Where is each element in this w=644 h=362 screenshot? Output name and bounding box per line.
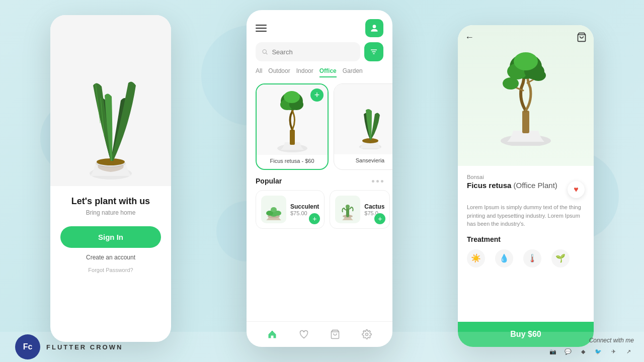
treatment-title: Treatment bbox=[467, 235, 585, 243]
favorite-button[interactable]: ♥ bbox=[568, 181, 585, 198]
plant-name-sub: (Office Plant) bbox=[514, 181, 557, 190]
sansevieria-card-name: Sansevieria bbox=[334, 154, 392, 163]
temperature-treatment-icon: 🌡️ bbox=[523, 249, 541, 267]
cactus-image bbox=[335, 196, 360, 223]
featured-card-sansevieria[interactable]: Sansevieria bbox=[334, 83, 392, 170]
popular-row: Succulent $75.00 + bbox=[256, 190, 383, 229]
cart-detail-icon bbox=[577, 32, 587, 42]
popular-title: Popular bbox=[256, 177, 282, 185]
succulent-svg bbox=[264, 198, 284, 221]
login-plant-image bbox=[50, 15, 171, 186]
category-office[interactable]: Office bbox=[319, 67, 337, 77]
popular-section: Popular bbox=[247, 177, 392, 229]
forgot-password-link[interactable]: Forgot Password? bbox=[88, 267, 133, 273]
sansevieria-card-image bbox=[334, 84, 392, 154]
filter-button[interactable] bbox=[364, 42, 383, 61]
dot-1 bbox=[372, 180, 374, 183]
svg-point-23 bbox=[271, 207, 277, 212]
add-ficus-button[interactable]: + bbox=[310, 88, 324, 102]
login-content: Let's plant with us Bring nature home Si… bbox=[50, 186, 171, 281]
social-icons: 📷 💬 ◆ 🐦 ✈ ↗ bbox=[547, 346, 634, 357]
cactus-svg bbox=[338, 198, 358, 221]
dot-3 bbox=[381, 180, 383, 183]
menu-line-1 bbox=[256, 25, 267, 26]
care-treatment-icon: 🌱 bbox=[551, 249, 570, 267]
category-all[interactable]: All bbox=[256, 67, 262, 77]
succulent-image bbox=[261, 196, 286, 223]
snake-plant-svg bbox=[70, 35, 151, 186]
featured-row: + Ficus retusa - $60 bbox=[247, 83, 392, 177]
svg-point-6 bbox=[263, 50, 266, 53]
ficus-plant-svg bbox=[270, 87, 315, 152]
detail-image-area: ← bbox=[458, 25, 594, 166]
telegram-icon[interactable]: ✈ bbox=[608, 346, 619, 357]
connect-text: Connect with me bbox=[589, 337, 634, 344]
cart-button[interactable] bbox=[577, 32, 587, 45]
category-indoor[interactable]: Indoor bbox=[296, 67, 313, 77]
featured-card-ficus[interactable]: + Ficus retusa - $60 bbox=[256, 83, 329, 170]
more-dots[interactable] bbox=[372, 180, 383, 183]
plant-name-bold: Ficus retusa bbox=[467, 181, 511, 190]
category-tabs: All Outdoor Indoor Office Garden bbox=[247, 67, 392, 83]
ficus-card-image: + bbox=[257, 84, 328, 155]
category-outdoor[interactable]: Outdoor bbox=[268, 67, 290, 77]
sun-treatment-icon: ☀️ bbox=[467, 249, 485, 267]
flutter-crown-branding: Fc Flutter Crown bbox=[15, 334, 123, 359]
login-screen: Let's plant with us Bring nature home Si… bbox=[50, 15, 171, 342]
flutter-crown-name: Flutter Crown bbox=[46, 343, 123, 351]
menu-line-2 bbox=[256, 28, 267, 29]
twitter-icon[interactable]: 🐦 bbox=[593, 346, 604, 357]
search-row bbox=[247, 42, 392, 67]
create-account-link[interactable]: Create an account bbox=[86, 254, 135, 261]
water-treatment-icon: 💧 bbox=[495, 249, 513, 267]
user-icon bbox=[369, 23, 379, 33]
plant-description: Lorem Ipsum is simply dummy text of the … bbox=[467, 203, 585, 228]
plant-category: Bonsai bbox=[467, 174, 585, 180]
svg-rect-31 bbox=[522, 111, 529, 133]
diamond-icon[interactable]: ◆ bbox=[578, 346, 589, 357]
treatment-icons: ☀️ 💧 🌡️ 🌱 bbox=[467, 249, 585, 267]
login-title: Let's plant with us bbox=[71, 196, 150, 207]
back-button[interactable]: ← bbox=[465, 32, 474, 43]
svg-point-26 bbox=[346, 205, 350, 209]
flutter-crown-logo: Fc bbox=[15, 334, 40, 359]
browse-header bbox=[247, 10, 392, 42]
category-garden[interactable]: Garden bbox=[343, 67, 363, 77]
detail-screen: ← Bonsai bbox=[458, 25, 594, 347]
bonsai-detail-svg bbox=[493, 45, 558, 146]
plant-name: Ficus retusa (Office Plant) bbox=[467, 181, 557, 190]
dot-2 bbox=[376, 180, 379, 183]
svg-point-5 bbox=[373, 25, 376, 28]
signin-button[interactable]: Sign In bbox=[60, 226, 161, 248]
succulent-name: Succulent bbox=[290, 203, 319, 210]
svg-line-7 bbox=[266, 53, 267, 54]
browse-screen: All Outdoor Indoor Office Garden + bbox=[247, 10, 392, 347]
svg-point-35 bbox=[514, 52, 538, 70]
filter-icon bbox=[369, 47, 378, 56]
svg-point-36 bbox=[503, 77, 519, 89]
detail-content: Bonsai Ficus retusa (Office Plant) ♥ Lor… bbox=[458, 166, 594, 347]
svg-rect-12 bbox=[290, 130, 295, 145]
svg-point-37 bbox=[531, 70, 546, 81]
popular-card-cactus[interactable]: Cactus $75.0 + bbox=[330, 190, 390, 229]
whatsapp-icon[interactable]: 💬 bbox=[562, 346, 574, 357]
search-input[interactable] bbox=[272, 48, 354, 56]
hamburger-menu[interactable] bbox=[256, 25, 267, 32]
popular-card-succulent[interactable]: Succulent $75.00 + bbox=[256, 190, 325, 229]
popular-header: Popular bbox=[256, 177, 383, 185]
svg-point-16 bbox=[284, 91, 300, 103]
login-subtitle: Bring nature home bbox=[86, 209, 136, 216]
user-avatar-button[interactable] bbox=[365, 19, 383, 37]
instagram-icon[interactable]: 📷 bbox=[547, 346, 558, 357]
ficus-card-name: Ficus retusa - $60 bbox=[257, 155, 328, 164]
share-icon[interactable]: ↗ bbox=[623, 346, 634, 357]
bottom-bar: Fc Flutter Crown Connect with me 📷 💬 ◆ 🐦… bbox=[0, 332, 644, 362]
menu-line-3 bbox=[256, 31, 267, 32]
cactus-name: Cactus bbox=[364, 203, 384, 210]
search-box bbox=[256, 42, 360, 61]
search-icon bbox=[262, 48, 268, 55]
connect-section: Connect with me 📷 💬 ◆ 🐦 ✈ ↗ bbox=[547, 337, 634, 357]
sansevieria-plant-svg bbox=[353, 89, 388, 149]
plant-name-row: Ficus retusa (Office Plant) ♥ bbox=[467, 181, 585, 198]
